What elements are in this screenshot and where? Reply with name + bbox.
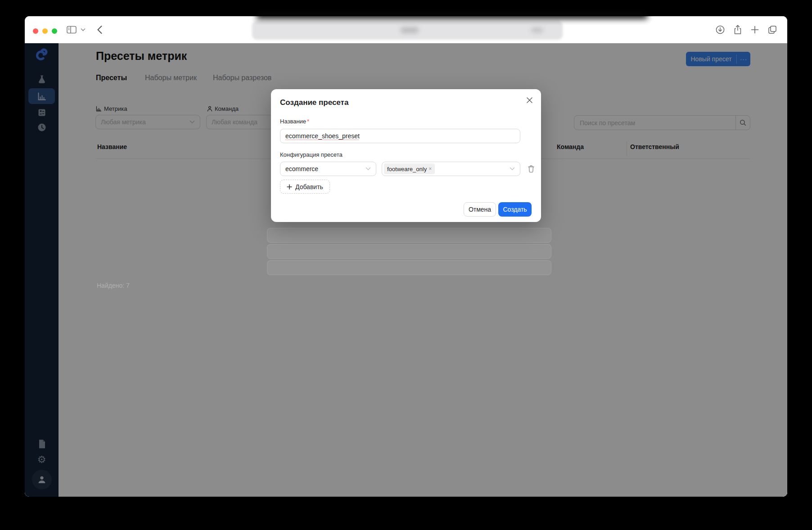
table-row <box>267 228 551 243</box>
close-icon[interactable] <box>523 94 535 106</box>
results-count: Найдено: 7 <box>97 282 130 289</box>
name-field-label: Название* <box>280 118 309 125</box>
address-bar-redacted[interactable] <box>252 21 563 40</box>
table-row <box>267 244 551 259</box>
downloads-icon[interactable] <box>715 25 725 35</box>
slice-tag: footweare_only × <box>384 163 435 174</box>
create-preset-modal: Создание пресета Название* ecommerce_sho… <box>271 89 541 222</box>
redacted-favicon <box>401 27 419 33</box>
cancel-button[interactable]: Отмена <box>464 202 496 217</box>
delete-row-icon[interactable] <box>527 164 536 174</box>
new-tab-icon[interactable] <box>750 25 759 34</box>
table-row <box>267 260 551 275</box>
sidebar-toggle-icon[interactable] <box>66 25 77 35</box>
browser-toolbar <box>25 16 787 44</box>
remove-tag-icon[interactable]: × <box>429 166 432 172</box>
config-metric-select[interactable]: ecommerce <box>280 162 376 176</box>
chevron-down-icon <box>365 167 371 171</box>
create-button[interactable]: Создать <box>498 202 532 217</box>
required-asterisk: * <box>307 118 309 125</box>
plus-icon <box>287 184 292 190</box>
config-slices-select[interactable]: footweare_only × <box>382 162 520 176</box>
config-metric-value: ecommerce <box>285 165 365 172</box>
redaction-blur <box>257 11 647 19</box>
modal-title: Создание пресета <box>280 98 348 107</box>
toolbar-right-icons <box>715 16 777 43</box>
chevron-down-icon <box>510 167 515 171</box>
browser-window: ⚙ Пресеты метрик Пресеты Наборы метрик Н… <box>25 16 787 497</box>
chevron-down-icon[interactable] <box>81 28 86 32</box>
tab-overview-icon[interactable] <box>767 25 777 35</box>
back-icon[interactable] <box>97 25 103 34</box>
config-field-label: Конфигурация пресета <box>280 151 343 158</box>
close-window-button[interactable] <box>33 28 38 34</box>
minimize-window-button[interactable] <box>42 28 48 34</box>
redacted-url-text <box>531 27 543 33</box>
zoom-window-button[interactable] <box>52 28 57 34</box>
share-icon[interactable] <box>733 24 742 35</box>
name-input-value: ecommerce_shoes_preset <box>285 132 360 140</box>
name-input[interactable]: ecommerce_shoes_preset <box>280 129 520 143</box>
add-config-row-button[interactable]: Добавить <box>280 180 330 194</box>
